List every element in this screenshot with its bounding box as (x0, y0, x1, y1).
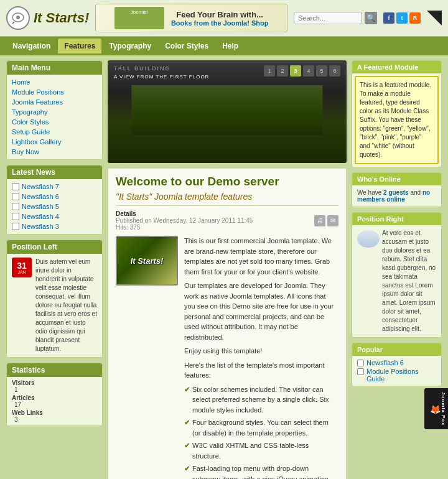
list-item: Newsflash 3 (7, 221, 102, 231)
slider-dot-5[interactable]: 5 (316, 65, 327, 77)
article-published: Published on Wednesday, 12 January 2011 … (116, 217, 253, 224)
list-item: Color Styles (7, 117, 102, 127)
article-body: It Starts! This is our first commercial … (116, 236, 338, 479)
svg-line-2 (12, 22, 14, 24)
popular-checkbox-icon (357, 368, 364, 375)
body-p1: This is our first commercial Joomla temp… (184, 236, 338, 277)
popular-checkbox-icon (357, 360, 364, 366)
meta-icons: 🖨 ✉ (314, 215, 338, 226)
news-item-4[interactable]: Newsflash 4 (22, 213, 59, 220)
joomla-fox-badge: Joomla Fox 🦊 (424, 388, 448, 429)
thumbnail-label: It Starts! (131, 256, 164, 266)
menu-typography[interactable]: Typography (7, 107, 102, 117)
position-right-content: At vero eos et accusam et justo duo dolo… (352, 225, 441, 337)
search-area: 🔍 (294, 12, 377, 24)
check-icon: ✔ (184, 440, 190, 461)
slider-label: TALL BUILDING (114, 65, 171, 72)
news-item-7[interactable]: Newsflash 7 (22, 183, 59, 190)
list-item: Newsflash 4 (7, 212, 102, 221)
position-left-text: Duis autem vel eum iriure dolor in hendr… (35, 258, 97, 353)
promo-banner: Joomla! Feed Your Brain with... Books fr… (95, 4, 287, 32)
logo-area: It Starts! (6, 6, 89, 30)
thumbnail-image: It Starts! (116, 236, 178, 286)
navbar: Navigation Features Typography Color Sty… (0, 37, 448, 55)
whos-online-content: We have 2 guests and no members online (352, 185, 441, 207)
twitter-icon[interactable]: t (396, 12, 408, 24)
slider-sublabel: A VIEW FROM THE FIRST FLOOR (114, 74, 209, 80)
list-item: ✔Four background styles. You can select … (184, 416, 338, 439)
details-label: Details (116, 210, 136, 217)
logo-icon (6, 6, 30, 30)
joomla-fox-label: Joomla Fox (441, 392, 446, 426)
slider-dot-3[interactable]: 3 (290, 65, 301, 77)
pos-right-text: At vero eos et accusam et justo duo dolo… (382, 229, 436, 333)
list-item: Setup Guide (7, 127, 102, 137)
menu-lightbox[interactable]: Lightbox Gallery (7, 137, 102, 147)
main-menu-box: Main Menu Home Module Positions Joomla F… (6, 60, 103, 160)
menu-module-positions[interactable]: Module Positions (7, 87, 102, 97)
menu-joomla-features[interactable]: Joomla Features (7, 97, 102, 107)
news-item-3[interactable]: Newsflash 3 (22, 223, 59, 230)
slider-dot-6[interactable]: 6 (329, 65, 340, 77)
latest-news-box: Latest News Newsflash 7 Newsflash 6 News… (6, 165, 103, 235)
check-icon: ✔ (184, 463, 190, 479)
popular-box: Popular Newsflash 6 Module Positions Gui… (352, 343, 442, 386)
menu-buy-now[interactable]: Buy Now (7, 147, 102, 157)
calendar-widget: 31 JAN (12, 258, 32, 277)
menu-setup-guide[interactable]: Setup Guide (7, 127, 102, 137)
nav-typography[interactable]: Typography (103, 39, 157, 53)
popular-newsflash6[interactable]: Newsflash 6 (366, 359, 404, 366)
feature-list: ✔Six color schemes included. The visitor… (184, 383, 338, 480)
popular-module-positions[interactable]: Module Positions Guide (366, 368, 436, 383)
body-p4: Here's the list of the template's most i… (184, 360, 338, 381)
stat-visitors-label: Visitors (12, 379, 97, 386)
slider-dot-4[interactable]: 4 (303, 65, 314, 77)
corner-decoration (427, 11, 442, 26)
left-sidebar: Main Menu Home Module Positions Joomla F… (6, 60, 103, 479)
list-item: Joomla Features (7, 97, 102, 107)
print-icon[interactable]: 🖨 (314, 215, 325, 226)
article-hits: Hits: 375 (116, 224, 140, 231)
image-slider: TALL BUILDING A VIEW FROM THE FIRST FLOO… (108, 60, 347, 163)
list-item: ✔W3C valid XHTML and CSS table-less stru… (184, 439, 338, 462)
rss-icon[interactable]: R (409, 12, 421, 24)
article-text: This is our first commercial Joomla temp… (184, 236, 338, 479)
news-item-5[interactable]: Newsflash 5 (22, 203, 59, 210)
list-item: ✔Fast-loading top menu with drop-down su… (184, 462, 338, 479)
article-thumbnail: It Starts! (116, 236, 178, 479)
nav-help[interactable]: Help (216, 39, 245, 53)
nav-features[interactable]: Features (58, 39, 101, 53)
menu-home[interactable]: Home (7, 77, 102, 87)
news-item-6[interactable]: Newsflash 6 (22, 193, 59, 200)
promo-title: Feed Your Brain with... (171, 10, 268, 19)
list-item: Module Positions Guide (357, 367, 436, 383)
calendar-day: 31 (17, 261, 27, 270)
facebook-icon[interactable]: f (383, 12, 394, 24)
popular-list: Newsflash 6 Module Positions Guide (352, 356, 441, 386)
menu-color-styles[interactable]: Color Styles (7, 117, 102, 127)
slider-dot-2[interactable]: 2 (277, 65, 288, 77)
search-icon[interactable]: 🔍 (365, 12, 377, 24)
calendar-label: JAN (17, 270, 26, 274)
featured-module-box: A Featured Module This is a featured mod… (352, 60, 442, 167)
email-icon[interactable]: ✉ (327, 215, 338, 226)
main-menu-list: Home Module Positions Joomla Features Ty… (7, 75, 102, 159)
whos-online-title: Who's Online (352, 173, 441, 185)
main-layout: Main Menu Home Module Positions Joomla F… (0, 55, 448, 479)
article-area: Welcome to our Demo server "It Starts" J… (108, 168, 347, 479)
nav-color-styles[interactable]: Color Styles (159, 39, 215, 53)
list-item: Lightbox Gallery (7, 137, 102, 147)
news-checkbox-icon (12, 193, 19, 200)
promo-image-placeholder: Joomla! (114, 7, 164, 29)
article-subtitle: "It Starts" Joomla template features (116, 192, 338, 206)
list-item: Newsflash 6 (7, 192, 102, 202)
search-input[interactable] (294, 12, 362, 24)
list-item: Newsflash 5 (7, 202, 102, 212)
statistics-title: Statistics (7, 363, 102, 377)
slider-dot-1[interactable]: 1 (264, 65, 275, 77)
promo-subtitle: Books from the Joomla! Shop (171, 19, 268, 27)
svg-point-1 (16, 16, 20, 19)
statistics-content: Visitors 1 Articles 17 Web Links 3 (7, 377, 102, 426)
position-right-title: Position Right (352, 213, 441, 225)
nav-navigation[interactable]: Navigation (6, 39, 57, 53)
